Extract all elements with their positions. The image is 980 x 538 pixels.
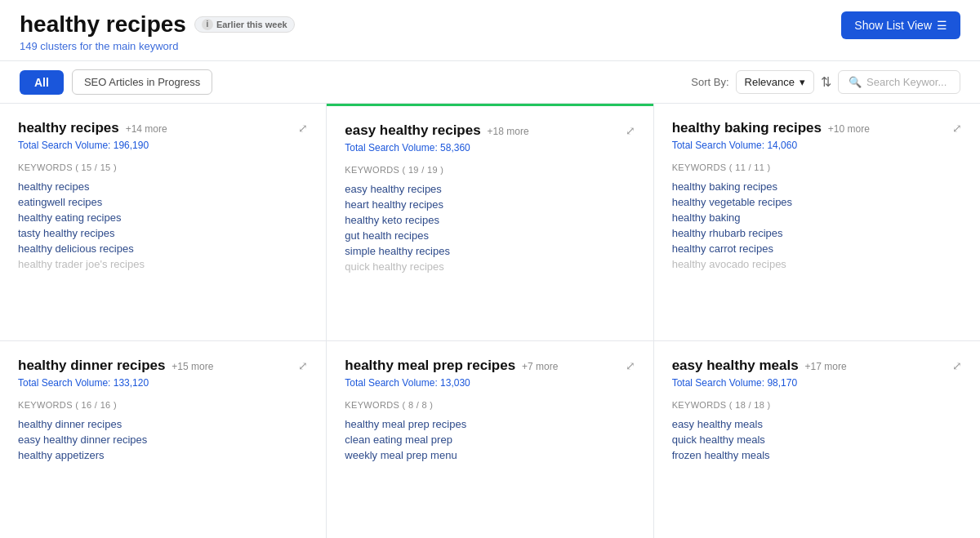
- cluster-card: healthy meal prep recipes +7 more ⤢ Tota…: [327, 341, 653, 538]
- search-box[interactable]: 🔍 Search Keywor...: [838, 70, 960, 94]
- info-icon: i: [202, 19, 213, 30]
- keyword-item[interactable]: healthy carrot recipes: [672, 241, 962, 256]
- total-volume: Total Search Volume: 196,190: [18, 140, 308, 151]
- keyword-item[interactable]: healthy dinner recipes: [18, 416, 308, 432]
- total-volume: Total Search Volume: 13,030: [345, 377, 635, 389]
- card-title: easy healthy meals +17 more: [672, 358, 847, 374]
- keyword-item[interactable]: frozen healthy meals: [672, 447, 962, 463]
- card-title-row: healthy meal prep recipes +7 more ⤢: [345, 358, 635, 374]
- keyword-item[interactable]: gut health recipes: [345, 228, 635, 243]
- total-volume: Total Search Volume: 133,120: [18, 377, 308, 389]
- keywords-label: KEYWORDS ( 18 / 18 ): [672, 400, 962, 410]
- keyword-item[interactable]: healthy avocado recipes: [672, 256, 962, 272]
- keyword-item[interactable]: healthy baking recipes: [672, 179, 962, 194]
- keyword-item[interactable]: healthy rhubarb recipes: [672, 225, 962, 241]
- keyword-item[interactable]: heart healthy recipes: [345, 197, 635, 212]
- time-badge: i Earlier this week: [194, 16, 295, 33]
- card-title: healthy baking recipes +10 more: [672, 120, 870, 136]
- keyword-list: healthy meal prep recipesclean eating me…: [345, 416, 635, 463]
- keyword-list: healthy dinner recipeseasy healthy dinne…: [18, 416, 308, 463]
- list-icon: ☰: [937, 19, 947, 32]
- cluster-card: healthy baking recipes +10 more ⤢ Total …: [654, 104, 980, 340]
- header: healthy recipes i Earlier this week 149 …: [0, 0, 980, 61]
- keyword-item[interactable]: easy healthy dinner recipes: [18, 432, 308, 447]
- keyword-item[interactable]: healthy recipes: [18, 179, 308, 194]
- keyword-item[interactable]: clean eating meal prep: [345, 432, 635, 447]
- keyword-item[interactable]: quick healthy meals: [672, 432, 962, 447]
- keywords-label: KEYWORDS ( 19 / 19 ): [345, 165, 635, 175]
- chevron-down-icon: ▾: [800, 76, 805, 88]
- keyword-item[interactable]: healthy trader joe's recipes: [18, 256, 308, 272]
- keyword-list: easy healthy recipesheart healthy recipe…: [345, 181, 635, 274]
- keyword-item[interactable]: healthy eating recipes: [18, 210, 308, 225]
- keyword-item[interactable]: easy healthy recipes: [345, 181, 635, 197]
- sort-dropdown[interactable]: Relevance ▾: [736, 70, 814, 94]
- keywords-label: KEYWORDS ( 15 / 15 ): [18, 162, 308, 172]
- keyword-item[interactable]: healthy delicious recipes: [18, 241, 308, 256]
- card-title-row: easy healthy recipes +18 more ⤢: [345, 122, 635, 139]
- keyword-item[interactable]: easy healthy meals: [672, 416, 962, 432]
- card-title: healthy meal prep recipes +7 more: [345, 358, 558, 374]
- card-title-row: easy healthy meals +17 more ⤢: [672, 358, 962, 374]
- filter-icon[interactable]: ⇅: [821, 74, 831, 90]
- expand-icon[interactable]: ⤢: [626, 359, 635, 372]
- seo-articles-filter-button[interactable]: SEO Articles in Progress: [72, 69, 212, 95]
- cluster-card: healthy dinner recipes +15 more ⤢ Total …: [0, 341, 326, 538]
- total-volume: Total Search Volume: 14,060: [672, 140, 962, 151]
- keyword-item[interactable]: healthy vegetable recipes: [672, 194, 962, 210]
- toolbar: All SEO Articles in Progress Sort By: Re…: [0, 61, 980, 104]
- card-title: healthy recipes +14 more: [18, 120, 167, 136]
- expand-icon[interactable]: ⤢: [298, 122, 308, 135]
- cluster-card: easy healthy recipes +18 more ⤢ Total Se…: [327, 104, 653, 340]
- keyword-item[interactable]: simple healthy recipes: [345, 243, 635, 259]
- card-title: easy healthy recipes +18 more: [345, 122, 528, 139]
- search-placeholder: Search Keywor...: [866, 76, 947, 88]
- expand-icon[interactable]: ⤢: [952, 359, 962, 372]
- total-volume: Total Search Volume: 98,170: [672, 377, 962, 389]
- keyword-list: healthy recipeseatingwell recipeshealthy…: [18, 179, 308, 272]
- keyword-item[interactable]: healthy meal prep recipes: [345, 416, 635, 432]
- cards-grid: healthy recipes +14 more ⤢ Total Search …: [0, 104, 980, 538]
- page-title: healthy recipes: [20, 11, 186, 38]
- search-icon: 🔍: [849, 76, 862, 88]
- keyword-item[interactable]: healthy appetizers: [18, 447, 308, 463]
- keyword-list: healthy baking recipeshealthy vegetable …: [672, 179, 962, 272]
- expand-icon[interactable]: ⤢: [626, 124, 635, 137]
- all-filter-button[interactable]: All: [20, 70, 64, 95]
- keywords-label: KEYWORDS ( 16 / 16 ): [18, 400, 308, 410]
- expand-icon[interactable]: ⤢: [298, 359, 308, 372]
- keywords-label: KEYWORDS ( 11 / 11 ): [672, 162, 962, 172]
- cluster-card: easy healthy meals +17 more ⤢ Total Sear…: [654, 341, 980, 538]
- card-title-row: healthy dinner recipes +15 more ⤢: [18, 358, 308, 374]
- cluster-card: healthy recipes +14 more ⤢ Total Search …: [0, 104, 326, 340]
- keyword-list: easy healthy mealsquick healthy mealsfro…: [672, 416, 962, 463]
- card-title-row: healthy baking recipes +10 more ⤢: [672, 120, 962, 136]
- keyword-item[interactable]: healthy baking: [672, 210, 962, 225]
- sort-value: Relevance: [745, 76, 795, 88]
- keyword-item[interactable]: tasty healthy recipes: [18, 225, 308, 241]
- keywords-label: KEYWORDS ( 8 / 8 ): [345, 400, 635, 410]
- subtitle: 149 clusters for the main keyword: [20, 40, 295, 52]
- show-list-button[interactable]: Show List View ☰: [841, 11, 960, 39]
- card-title: healthy dinner recipes +15 more: [18, 358, 213, 374]
- keyword-item[interactable]: weekly meal prep menu: [345, 447, 635, 463]
- keyword-item[interactable]: eatingwell recipes: [18, 194, 308, 210]
- keyword-item[interactable]: healthy keto recipes: [345, 212, 635, 228]
- total-volume: Total Search Volume: 58,360: [345, 142, 635, 153]
- card-title-row: healthy recipes +14 more ⤢: [18, 120, 308, 136]
- keyword-item[interactable]: quick healthy recipes: [345, 259, 635, 274]
- sort-label: Sort By:: [691, 76, 728, 88]
- expand-icon[interactable]: ⤢: [952, 122, 962, 135]
